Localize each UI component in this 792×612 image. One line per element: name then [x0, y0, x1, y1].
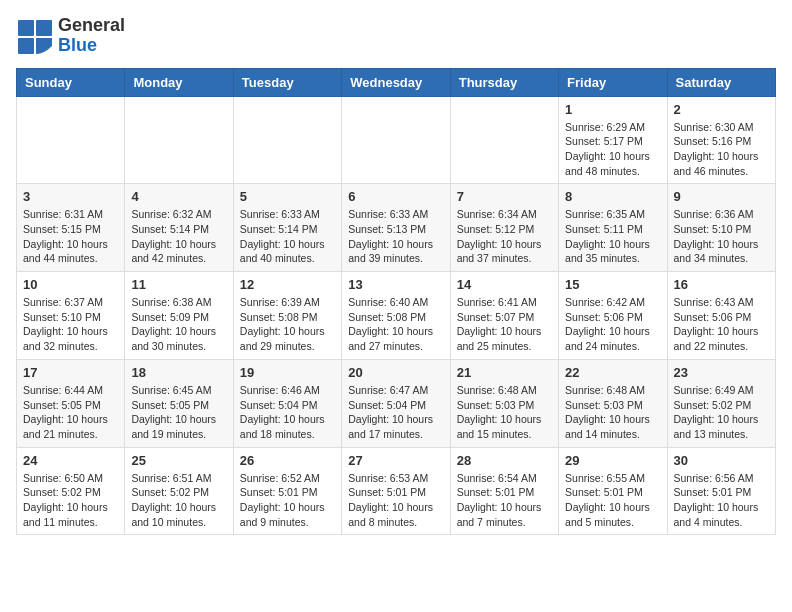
calendar-day-cell: 8Sunrise: 6:35 AMSunset: 5:11 PMDaylight…	[559, 184, 667, 272]
calendar-day-cell: 9Sunrise: 6:36 AMSunset: 5:10 PMDaylight…	[667, 184, 775, 272]
day-number: 15	[565, 277, 660, 292]
day-info: Sunrise: 6:31 AMSunset: 5:15 PMDaylight:…	[23, 207, 118, 266]
calendar-day-cell: 6Sunrise: 6:33 AMSunset: 5:13 PMDaylight…	[342, 184, 450, 272]
calendar-day-cell: 11Sunrise: 6:38 AMSunset: 5:09 PMDayligh…	[125, 272, 233, 360]
day-number: 21	[457, 365, 552, 380]
logo-blue-label: Blue	[58, 36, 125, 56]
weekday-header: Thursday	[450, 68, 558, 96]
calendar-day-cell	[17, 96, 125, 184]
calendar-day-cell: 4Sunrise: 6:32 AMSunset: 5:14 PMDaylight…	[125, 184, 233, 272]
day-info: Sunrise: 6:56 AMSunset: 5:01 PMDaylight:…	[674, 471, 769, 530]
calendar-week-row: 10Sunrise: 6:37 AMSunset: 5:10 PMDayligh…	[17, 272, 776, 360]
day-number: 11	[131, 277, 226, 292]
day-number: 1	[565, 102, 660, 117]
logo-svg	[16, 18, 54, 56]
day-number: 26	[240, 453, 335, 468]
calendar-day-cell: 14Sunrise: 6:41 AMSunset: 5:07 PMDayligh…	[450, 272, 558, 360]
calendar-day-cell: 1Sunrise: 6:29 AMSunset: 5:17 PMDaylight…	[559, 96, 667, 184]
day-info: Sunrise: 6:36 AMSunset: 5:10 PMDaylight:…	[674, 207, 769, 266]
weekday-header: Tuesday	[233, 68, 341, 96]
calendar-day-cell: 13Sunrise: 6:40 AMSunset: 5:08 PMDayligh…	[342, 272, 450, 360]
calendar-day-cell: 18Sunrise: 6:45 AMSunset: 5:05 PMDayligh…	[125, 359, 233, 447]
day-number: 2	[674, 102, 769, 117]
calendar-day-cell: 10Sunrise: 6:37 AMSunset: 5:10 PMDayligh…	[17, 272, 125, 360]
day-info: Sunrise: 6:52 AMSunset: 5:01 PMDaylight:…	[240, 471, 335, 530]
day-number: 22	[565, 365, 660, 380]
header: General Blue	[16, 16, 776, 56]
day-info: Sunrise: 6:37 AMSunset: 5:10 PMDaylight:…	[23, 295, 118, 354]
day-number: 10	[23, 277, 118, 292]
day-number: 28	[457, 453, 552, 468]
calendar-day-cell	[125, 96, 233, 184]
calendar-week-row: 17Sunrise: 6:44 AMSunset: 5:05 PMDayligh…	[17, 359, 776, 447]
day-info: Sunrise: 6:33 AMSunset: 5:13 PMDaylight:…	[348, 207, 443, 266]
day-number: 7	[457, 189, 552, 204]
weekday-header: Saturday	[667, 68, 775, 96]
day-info: Sunrise: 6:34 AMSunset: 5:12 PMDaylight:…	[457, 207, 552, 266]
calendar-table: SundayMondayTuesdayWednesdayThursdayFrid…	[16, 68, 776, 536]
day-info: Sunrise: 6:50 AMSunset: 5:02 PMDaylight:…	[23, 471, 118, 530]
day-info: Sunrise: 6:30 AMSunset: 5:16 PMDaylight:…	[674, 120, 769, 179]
calendar-day-cell: 15Sunrise: 6:42 AMSunset: 5:06 PMDayligh…	[559, 272, 667, 360]
weekday-header: Monday	[125, 68, 233, 96]
day-info: Sunrise: 6:38 AMSunset: 5:09 PMDaylight:…	[131, 295, 226, 354]
day-info: Sunrise: 6:44 AMSunset: 5:05 PMDaylight:…	[23, 383, 118, 442]
day-info: Sunrise: 6:47 AMSunset: 5:04 PMDaylight:…	[348, 383, 443, 442]
calendar-day-cell: 26Sunrise: 6:52 AMSunset: 5:01 PMDayligh…	[233, 447, 341, 535]
day-info: Sunrise: 6:32 AMSunset: 5:14 PMDaylight:…	[131, 207, 226, 266]
day-number: 27	[348, 453, 443, 468]
day-number: 17	[23, 365, 118, 380]
day-info: Sunrise: 6:46 AMSunset: 5:04 PMDaylight:…	[240, 383, 335, 442]
day-number: 16	[674, 277, 769, 292]
calendar-day-cell: 24Sunrise: 6:50 AMSunset: 5:02 PMDayligh…	[17, 447, 125, 535]
day-info: Sunrise: 6:51 AMSunset: 5:02 PMDaylight:…	[131, 471, 226, 530]
calendar-day-cell: 28Sunrise: 6:54 AMSunset: 5:01 PMDayligh…	[450, 447, 558, 535]
calendar-day-cell: 19Sunrise: 6:46 AMSunset: 5:04 PMDayligh…	[233, 359, 341, 447]
calendar-day-cell: 2Sunrise: 6:30 AMSunset: 5:16 PMDaylight…	[667, 96, 775, 184]
calendar-day-cell: 16Sunrise: 6:43 AMSunset: 5:06 PMDayligh…	[667, 272, 775, 360]
calendar-day-cell: 23Sunrise: 6:49 AMSunset: 5:02 PMDayligh…	[667, 359, 775, 447]
calendar-day-cell	[233, 96, 341, 184]
day-info: Sunrise: 6:48 AMSunset: 5:03 PMDaylight:…	[457, 383, 552, 442]
day-number: 3	[23, 189, 118, 204]
day-info: Sunrise: 6:33 AMSunset: 5:14 PMDaylight:…	[240, 207, 335, 266]
day-info: Sunrise: 6:42 AMSunset: 5:06 PMDaylight:…	[565, 295, 660, 354]
day-number: 20	[348, 365, 443, 380]
calendar-header-row: SundayMondayTuesdayWednesdayThursdayFrid…	[17, 68, 776, 96]
calendar-day-cell	[342, 96, 450, 184]
calendar-day-cell: 27Sunrise: 6:53 AMSunset: 5:01 PMDayligh…	[342, 447, 450, 535]
svg-rect-0	[18, 20, 34, 36]
day-info: Sunrise: 6:43 AMSunset: 5:06 PMDaylight:…	[674, 295, 769, 354]
calendar-day-cell: 12Sunrise: 6:39 AMSunset: 5:08 PMDayligh…	[233, 272, 341, 360]
day-number: 18	[131, 365, 226, 380]
calendar-day-cell: 29Sunrise: 6:55 AMSunset: 5:01 PMDayligh…	[559, 447, 667, 535]
calendar-day-cell: 7Sunrise: 6:34 AMSunset: 5:12 PMDaylight…	[450, 184, 558, 272]
day-number: 25	[131, 453, 226, 468]
day-info: Sunrise: 6:41 AMSunset: 5:07 PMDaylight:…	[457, 295, 552, 354]
weekday-header: Sunday	[17, 68, 125, 96]
day-number: 24	[23, 453, 118, 468]
calendar-week-row: 24Sunrise: 6:50 AMSunset: 5:02 PMDayligh…	[17, 447, 776, 535]
day-number: 6	[348, 189, 443, 204]
day-number: 8	[565, 189, 660, 204]
calendar-week-row: 3Sunrise: 6:31 AMSunset: 5:15 PMDaylight…	[17, 184, 776, 272]
calendar-day-cell: 21Sunrise: 6:48 AMSunset: 5:03 PMDayligh…	[450, 359, 558, 447]
day-number: 23	[674, 365, 769, 380]
day-info: Sunrise: 6:48 AMSunset: 5:03 PMDaylight:…	[565, 383, 660, 442]
calendar-day-cell	[450, 96, 558, 184]
day-number: 29	[565, 453, 660, 468]
svg-rect-1	[36, 20, 52, 36]
logo: General Blue	[16, 16, 125, 56]
day-number: 4	[131, 189, 226, 204]
day-number: 19	[240, 365, 335, 380]
calendar-day-cell: 30Sunrise: 6:56 AMSunset: 5:01 PMDayligh…	[667, 447, 775, 535]
day-info: Sunrise: 6:39 AMSunset: 5:08 PMDaylight:…	[240, 295, 335, 354]
calendar-day-cell: 5Sunrise: 6:33 AMSunset: 5:14 PMDaylight…	[233, 184, 341, 272]
weekday-header: Friday	[559, 68, 667, 96]
day-number: 9	[674, 189, 769, 204]
calendar-day-cell: 3Sunrise: 6:31 AMSunset: 5:15 PMDaylight…	[17, 184, 125, 272]
svg-rect-2	[18, 38, 34, 54]
day-number: 30	[674, 453, 769, 468]
calendar-day-cell: 20Sunrise: 6:47 AMSunset: 5:04 PMDayligh…	[342, 359, 450, 447]
page: General Blue SundayMondayTuesdayWednesda…	[0, 0, 792, 551]
